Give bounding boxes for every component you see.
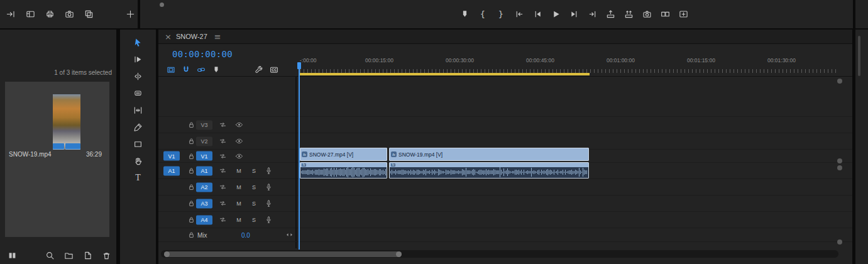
- hand-tool[interactable]: [132, 156, 145, 166]
- track-lock-icon[interactable]: [186, 151, 196, 161]
- add-marker-icon[interactable]: [459, 8, 470, 19]
- duplicate-icon[interactable]: [83, 8, 94, 19]
- mix-volume-value[interactable]: 0.0: [241, 231, 250, 238]
- clip-thumbnail[interactable]: [53, 94, 80, 150]
- track-target-a2[interactable]: A2: [196, 182, 212, 192]
- video-clip-1[interactable]: fxSNOW-27.mp4 [V]: [300, 148, 387, 161]
- top-bar: {}: [0, 0, 868, 28]
- video-clip-2[interactable]: fxSNOW-19.mp4 [V]: [389, 148, 589, 161]
- mark-in-icon[interactable]: {: [477, 8, 488, 19]
- play-icon[interactable]: [550, 8, 561, 19]
- audio-clip-2[interactable]: fx: [389, 162, 589, 179]
- track-lock-icon[interactable]: [186, 199, 196, 209]
- track-lock-icon[interactable]: [186, 166, 196, 176]
- new-bin-icon[interactable]: [63, 250, 74, 261]
- ruler-label: 00:00:30:00: [446, 57, 474, 63]
- audio-clip-1[interactable]: fx: [300, 162, 387, 179]
- solo-button[interactable]: S: [250, 168, 258, 174]
- razor-tool[interactable]: [132, 88, 145, 98]
- voiceover-record-icon[interactable]: [263, 215, 273, 225]
- slip-tool[interactable]: [132, 105, 145, 115]
- vertical-scroll-knob[interactable]: [837, 158, 842, 163]
- timeline-horizontal-scrollbar[interactable]: [161, 250, 838, 258]
- go-to-out-icon[interactable]: [586, 8, 598, 19]
- track-target-a4[interactable]: A4: [196, 215, 212, 224]
- sync-lock-icon[interactable]: [217, 182, 228, 192]
- icon-view-icon[interactable]: [6, 250, 18, 261]
- comparison-view-icon[interactable]: [659, 8, 671, 19]
- extract-icon[interactable]: [623, 8, 634, 19]
- vertical-scroll-knob[interactable]: [837, 239, 842, 245]
- solo-button[interactable]: S: [250, 217, 258, 223]
- thumbnail-badges: [53, 143, 80, 150]
- track-target-v1[interactable]: V1: [196, 151, 212, 161]
- track-lock-icon[interactable]: [186, 120, 196, 130]
- zoom-icon[interactable]: [44, 250, 55, 261]
- scrollbar-knob[interactable]: [160, 3, 164, 7]
- export-frame-icon[interactable]: [641, 8, 652, 19]
- vertical-scroll-knob[interactable]: [837, 165, 842, 170]
- clip-name[interactable]: SNOW-19.mp4: [9, 151, 52, 158]
- solo-button[interactable]: S: [250, 184, 258, 190]
- go-to-in-icon[interactable]: [514, 8, 525, 19]
- camera-icon[interactable]: [63, 8, 75, 19]
- send-to-icon[interactable]: [5, 8, 16, 19]
- step-forward-icon[interactable]: [568, 8, 580, 19]
- tools-panel: T: [120, 30, 156, 264]
- timeline-panel: × SNOW-27 ≡ 00:00:00:00 -:00:0000:00:15:…: [158, 30, 852, 264]
- solo-button[interactable]: S: [250, 201, 258, 207]
- rectangle-tool[interactable]: [132, 139, 145, 149]
- toggle-track-output-icon[interactable]: [234, 136, 244, 146]
- voiceover-record-icon[interactable]: [263, 199, 273, 209]
- audio-waveform: [390, 167, 588, 177]
- mute-button[interactable]: M: [234, 168, 243, 174]
- new-item-icon[interactable]: [82, 250, 93, 261]
- zoom-scrollbar-handle[interactable]: [164, 251, 402, 257]
- track-lock-icon[interactable]: [186, 182, 196, 192]
- selection-tool[interactable]: [132, 37, 145, 47]
- sync-lock-icon[interactable]: [217, 120, 228, 130]
- track-target-v2[interactable]: V2: [196, 136, 212, 146]
- track-select-forward-tool[interactable]: [132, 54, 145, 64]
- type-tool[interactable]: T: [132, 173, 145, 183]
- source-patch-v1[interactable]: V1: [163, 151, 180, 161]
- mute-button[interactable]: M: [234, 217, 243, 223]
- sync-lock-icon[interactable]: [217, 199, 228, 209]
- vertical-scroll-knob[interactable]: [837, 79, 842, 84]
- button-editor-icon[interactable]: [678, 8, 689, 19]
- voiceover-record-icon[interactable]: [263, 182, 273, 192]
- sync-lock-icon[interactable]: [217, 151, 228, 161]
- panel-divider: [138, 0, 140, 28]
- track-lock-icon[interactable]: [186, 136, 196, 146]
- mute-button[interactable]: M: [234, 184, 243, 190]
- sync-lock-icon[interactable]: [217, 166, 228, 176]
- track-target-v3[interactable]: V3: [196, 120, 212, 129]
- track-lock-icon[interactable]: [186, 230, 196, 240]
- delete-icon[interactable]: [101, 250, 112, 261]
- project-item-cell[interactable]: SNOW-19.mp4 36:29: [5, 82, 109, 237]
- track-target-a1[interactable]: A1: [196, 166, 212, 175]
- ripple-edit-tool[interactable]: [132, 71, 145, 81]
- pen-tool[interactable]: [132, 122, 145, 132]
- work-area-bar[interactable]: [299, 73, 590, 75]
- panels-icon[interactable]: [25, 8, 36, 19]
- printer-icon[interactable]: [44, 8, 55, 19]
- source-monitor-toolbar: [5, 8, 94, 19]
- toggle-track-output-icon[interactable]: [234, 120, 244, 130]
- toggle-track-output-icon[interactable]: [234, 151, 244, 161]
- sync-lock-icon[interactable]: [217, 215, 228, 225]
- mute-button[interactable]: M: [234, 201, 243, 207]
- lift-icon[interactable]: [605, 8, 616, 19]
- voiceover-record-icon[interactable]: [263, 166, 273, 176]
- ruler-label: 00:00:45:00: [526, 57, 554, 63]
- source-patch-a1[interactable]: A1: [163, 166, 180, 175]
- step-back-icon[interactable]: [532, 8, 543, 19]
- playhead[interactable]: [299, 63, 300, 250]
- add-button-icon[interactable]: [124, 8, 136, 19]
- sync-lock-icon[interactable]: [217, 136, 228, 146]
- track-target-a3[interactable]: A3: [196, 199, 212, 208]
- keyframe-navigator-icon[interactable]: [284, 230, 294, 240]
- right-panel-scrollbar[interactable]: [858, 36, 860, 76]
- mark-out-icon[interactable]: }: [495, 8, 507, 19]
- track-lock-icon[interactable]: [186, 215, 196, 225]
